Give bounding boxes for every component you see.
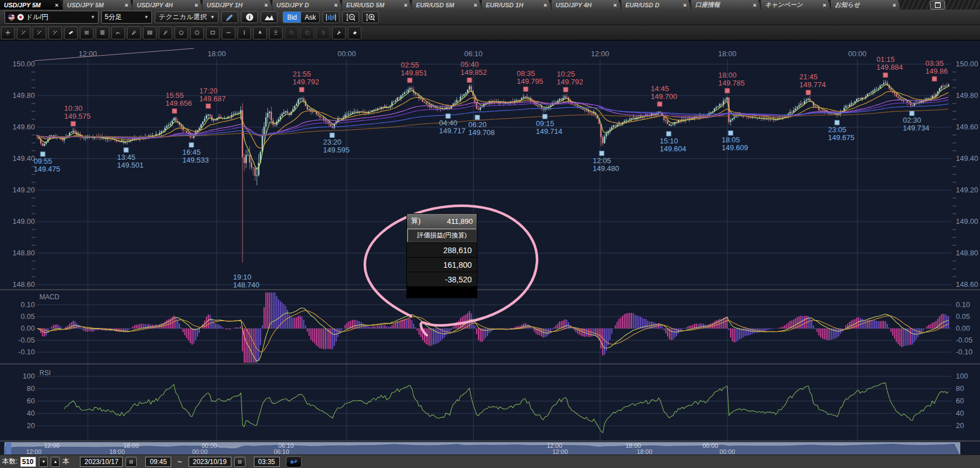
- info-button[interactable]: i: [241, 11, 258, 23]
- svg-text:-0.10: -0.10: [18, 348, 35, 356]
- svg-text:149.795: 149.795: [517, 77, 543, 86]
- tool-ellipse-button[interactable]: [190, 26, 204, 39]
- tool-ruler-button[interactable]: [64, 26, 78, 39]
- svg-text:A: A: [259, 30, 262, 34]
- bid-button[interactable]: Bid: [283, 11, 301, 23]
- date-from-input[interactable]: [80, 457, 123, 467]
- svg-text:149.60: 149.60: [956, 123, 978, 131]
- tool-eraser-button[interactable]: [348, 26, 361, 39]
- tool-trendline-1-button[interactable]: 1: [17, 26, 30, 39]
- svg-text:149.852: 149.852: [460, 68, 487, 76]
- ellipse-icon: [194, 26, 200, 39]
- tool-settings-wrench-button[interactable]: [332, 26, 346, 39]
- date-to-input[interactable]: [189, 457, 231, 467]
- technical-select-button[interactable]: テクニカル選択 ▼: [155, 11, 218, 23]
- tab--[interactable]: キャンペーン×: [761, 0, 831, 10]
- tab-eur-usd-d[interactable]: EUR/USD D×: [621, 0, 691, 10]
- tool-text-button[interactable]: A: [253, 26, 267, 39]
- tab-usd-jpy-1h[interactable]: USD/JPY 1H×: [203, 0, 272, 10]
- tool-parallel-lines-button[interactable]: [96, 26, 109, 39]
- time-from-input[interactable]: [145, 457, 171, 467]
- tool-trendline-2-button[interactable]: 2: [33, 26, 46, 39]
- tab-close-icon[interactable]: ×: [402, 2, 409, 8]
- price-scale-fit-button[interactable]: [323, 11, 339, 23]
- bar-count-input[interactable]: [20, 457, 36, 467]
- tab-eur-usd-5m[interactable]: EUR/USD 5M×: [342, 0, 412, 10]
- tab-close-icon[interactable]: ×: [751, 2, 758, 8]
- svg-text:00:00: 00:00: [338, 50, 356, 58]
- tab-close-icon[interactable]: ×: [612, 2, 619, 8]
- timeframe-select[interactable]: 5分足 ▼: [101, 11, 152, 24]
- tab-usd-jpy-4h[interactable]: USD/JPY 4H×: [552, 0, 621, 10]
- tab-usd-jpy-5m[interactable]: USD/JPY 5M×: [0, 0, 63, 10]
- rectangle-icon: [210, 26, 216, 39]
- tab-close-icon[interactable]: ×: [53, 2, 60, 8]
- pl-partial-label: 算): [411, 216, 420, 226]
- svg-text:149.675: 149.675: [828, 133, 854, 142]
- bar-count-down-button[interactable]: ▼: [39, 457, 48, 467]
- svg-text:148.60: 148.60: [12, 280, 35, 289]
- tab-eur-usd-5m[interactable]: EUR/USD 5M×: [412, 0, 482, 10]
- draw-pencil-button[interactable]: [221, 11, 238, 23]
- tab-close-icon[interactable]: ×: [193, 2, 200, 8]
- tab-close-icon[interactable]: ×: [333, 2, 339, 8]
- tool-gann-fan-button[interactable]: [159, 26, 172, 39]
- svg-text:100: 100: [23, 372, 35, 380]
- tab-usd-jpy-4h[interactable]: USD/JPY 4H×: [133, 0, 203, 10]
- reload-range-button[interactable]: ↩: [286, 456, 302, 467]
- tab-eur-usd-1h[interactable]: EUR/USD 1H×: [482, 0, 552, 10]
- ask-button[interactable]: Ask: [301, 11, 320, 23]
- tool-fibo-fan-button[interactable]: [127, 26, 141, 39]
- navigator-strip[interactable]: 12:0018:0000:0006:1012:0018:0000:0012:00…: [5, 442, 960, 455]
- tool-fibo-arc-button[interactable]: [111, 26, 125, 39]
- svg-text:21:45: 21:45: [799, 73, 818, 81]
- svg-text:12:00: 12:00: [591, 50, 610, 58]
- calendar-from-button[interactable]: [126, 457, 137, 467]
- tab-usd-jpy-d[interactable]: USD/JPY D×: [272, 0, 342, 10]
- svg-text:1: 1: [22, 30, 23, 33]
- svg-text:08:35: 08:35: [517, 69, 535, 78]
- tab-close-icon[interactable]: ×: [821, 2, 828, 8]
- tab-label: キャンペーン: [765, 1, 820, 9]
- svg-text:0.00: 0.00: [21, 324, 35, 332]
- tool-horizontal-line-button[interactable]: [222, 26, 235, 39]
- tab--[interactable]: 口座情報×: [691, 0, 761, 10]
- tool-pan-button[interactable]: [316, 26, 330, 39]
- zoom-out-button[interactable]: [342, 11, 359, 23]
- svg-text:02:30: 02:30: [903, 116, 921, 124]
- tool-crosshair-button[interactable]: [1, 26, 15, 39]
- chart-style-button[interactable]: [261, 11, 278, 23]
- bar-count-up-button[interactable]: ▲: [51, 457, 60, 467]
- maximize-window-button[interactable]: [930, 1, 945, 10]
- tool-time-zones-button[interactable]: [143, 26, 156, 39]
- tab-close-icon[interactable]: ×: [891, 2, 898, 8]
- tab-close-icon[interactable]: ×: [263, 2, 270, 8]
- tool-icon-stamp-button[interactable]: ICON: [269, 26, 283, 39]
- user-trendline[interactable]: [34, 48, 194, 61]
- tab-close-icon[interactable]: ×: [682, 2, 688, 8]
- tab-close-icon[interactable]: ×: [472, 2, 479, 8]
- svg-text:149.609: 149.609: [722, 143, 748, 152]
- tool-pentagon-button[interactable]: [174, 26, 188, 39]
- currency-pair-select[interactable]: ドル/円 ▼: [5, 11, 99, 24]
- tool-trendline-3-button[interactable]: 3: [48, 26, 62, 39]
- text-icon: A: [257, 26, 263, 39]
- tool-copy-button[interactable]: [301, 26, 314, 39]
- tool-rectangle-button[interactable]: [206, 26, 220, 39]
- svg-text:00:00: 00:00: [848, 50, 867, 58]
- time-to-input[interactable]: [254, 457, 280, 467]
- tool-vertical-line-button[interactable]: [238, 26, 251, 39]
- tab-close-icon[interactable]: ×: [123, 2, 130, 8]
- svg-text:149.533: 149.533: [182, 156, 209, 164]
- svg-text:20: 20: [956, 421, 964, 430]
- calendar-to-button[interactable]: [234, 457, 245, 467]
- pencil-icon: [225, 13, 234, 22]
- pl-tooltip-header: 評価損益(円換算): [407, 228, 477, 242]
- navigator-scroll-handle[interactable]: [6, 443, 11, 454]
- zoom-in-button[interactable]: [362, 11, 379, 23]
- tab--[interactable]: お知らせ×: [831, 0, 901, 10]
- tab-close-icon[interactable]: ×: [542, 2, 549, 8]
- tool-history-button[interactable]: [285, 26, 298, 39]
- tab-usd-jpy-5m[interactable]: USD/JPY 5M×: [63, 0, 133, 10]
- tool-fibo-retracement-button[interactable]: [80, 26, 93, 39]
